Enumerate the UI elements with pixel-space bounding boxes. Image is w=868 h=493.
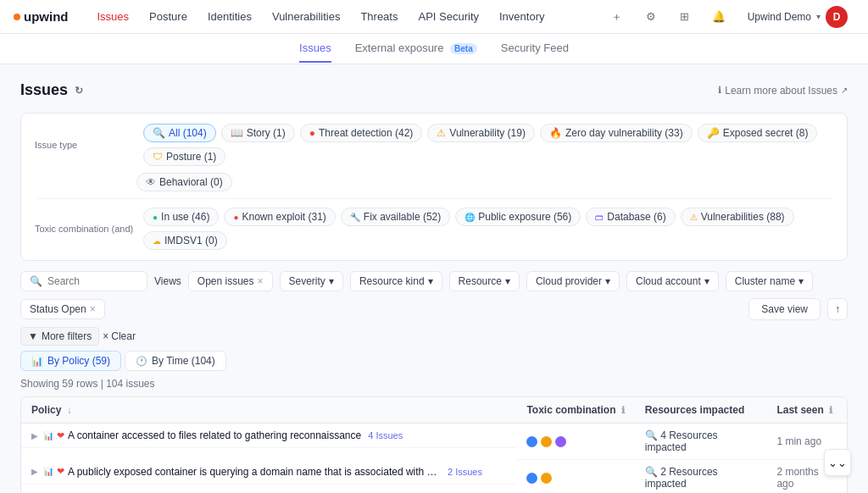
sub-nav-external-exposure[interactable]: External exposure Beta [355,35,477,63]
settings-icon[interactable]: ⚙ [639,5,663,29]
last-seen-info-icon[interactable]: ℹ [829,405,832,415]
resources-cell: 🔍 2 Resources impacted [635,460,767,494]
vuln-icon: ⚠ [437,127,446,139]
threat-icon: ● [309,127,315,139]
chip-story[interactable]: 📖 Story (1) [221,124,295,142]
view-tab-by-policy[interactable]: 📊 By Policy (59) [20,351,121,371]
chip-public-exposure[interactable]: 🌐 Public exposure (56) [455,208,581,226]
chip-fix-available[interactable]: 🔧 Fix available (52) [341,208,450,226]
policy-sort-icon[interactable]: ↓ [67,404,72,416]
page-header: Issues ↻ ℹ Learn more about Issues ↗ [20,81,848,99]
col-policy: Policy ↓ [21,397,516,424]
filter-severity[interactable]: Severity ▾ [280,271,343,291]
issue-count-badge[interactable]: 4 Issues [368,430,403,440]
view-tab-by-time[interactable]: 🕐 By Time (104) [125,351,226,371]
chip-database[interactable]: 🗃 Database (6) [586,208,675,226]
open-issues-clear[interactable]: × [258,275,264,287]
resources-cell: 🔍 4 Resources impacted [635,424,767,460]
database-icon: 🗃 [595,213,604,222]
vulnerabilities-icon: ⚠ [690,213,698,222]
alert-icon: ❤ [57,430,64,441]
filter-cluster-name[interactable]: Cluster name ▾ [726,271,813,291]
page-title: Issues ↻ [20,81,83,99]
exposure-icon: 🌐 [465,213,475,222]
filter-resource[interactable]: Resource ▾ [449,271,520,291]
issue-type-label: Issue type [35,140,136,150]
filter-resource-kind[interactable]: Resource kind ▾ [350,271,442,291]
tox-chip [541,436,552,447]
chevron-down-icon: ▾ [816,12,821,21]
user-menu[interactable]: Upwind Demo ▾ D [741,3,854,30]
chip-threat[interactable]: ● Threat detection (42) [300,124,423,142]
clear-button[interactable]: × Clear [103,330,136,342]
search-icon: 🔍 [30,275,42,287]
sub-nav-security-feed[interactable]: Security Feed [501,35,569,63]
table-row[interactable]: ▶ 📊 ❤ A container accessed to files rela… [21,424,847,460]
search-box[interactable]: 🔍 [20,271,147,291]
expand-button[interactable]: ▶ [31,467,38,476]
nav-identities[interactable]: Identities [199,7,260,26]
chip-imdsv1[interactable]: ☁ IMDSV1 (0) [143,231,227,250]
bar-icon: 📊 [43,431,53,440]
nav-posture[interactable]: Posture [141,7,196,26]
chip-all[interactable]: 🔍 All (104) [143,124,216,142]
nav-threats[interactable]: Threats [352,7,406,26]
status-clear[interactable]: × [90,303,96,315]
cloud-account-chevron: ▾ [704,275,709,287]
toxic-info-icon[interactable]: ℹ [621,405,625,415]
alert-icon: ❤ [57,466,64,477]
filter-cloud-provider[interactable]: Cloud provider ▾ [526,271,620,291]
resource-chevron: ▾ [505,275,510,287]
layout-icon[interactable]: ⊞ [673,5,697,29]
notification-icon[interactable]: 🔔 [707,5,731,29]
chip-vulnerabilities[interactable]: ⚠ Vulnerabilities (88) [681,208,794,226]
views-label: Views [154,275,181,287]
exploit-icon: ● [233,213,238,222]
toxic-label: Toxic combination (and) [35,224,136,234]
brand-logo[interactable]: upwind [14,9,69,24]
nav-inventory[interactable]: Inventory [491,7,553,26]
chip-known-exploit[interactable]: ● Known exploit (31) [224,208,335,226]
filter-cloud-account[interactable]: Cloud account ▾ [626,271,719,291]
nav-vulnerabilities[interactable]: Vulnerabilities [264,7,348,26]
more-filters-button[interactable]: ▼ More filters [20,327,99,346]
col-toxic: Toxic combination ℹ [516,397,634,424]
scroll-to-bottom-button[interactable]: ⌄⌄ [824,449,851,476]
sub-nav: Issues External exposure Beta Security F… [0,34,868,64]
chip-zero-day[interactable]: 🔥 Zero day vulnerability (33) [540,124,693,142]
chip-exposed-secret[interactable]: 🔑 Exposed secret (8) [698,124,818,142]
behavioral-chip-row: 👁 Behavioral (0) [136,173,232,191]
by-time-icon: 🕐 [136,356,147,367]
nav-issues[interactable]: Issues [89,7,138,26]
chip-in-use[interactable]: ● In use (46) [143,208,219,226]
info-icon: ℹ [718,85,721,96]
chip-vuln[interactable]: ⚠ Vulnerability (19) [427,124,535,142]
policy-text[interactable]: A container accessed to files related to… [68,429,361,441]
search-input[interactable] [47,275,132,287]
chip-posture[interactable]: 🛡 Posture (1) [143,147,225,166]
issue-count-badge[interactable]: 2 Issues [448,467,482,477]
sub-nav-issues[interactable]: Issues [299,35,331,63]
table-row[interactable]: ▶ 📊 ❤ A publicly exposed container is qu… [21,460,847,494]
bar-icon: 📊 [43,467,53,476]
toolbar: 🔍 Views Open issues × Severity ▾ Resourc… [20,271,848,320]
chip-behavioral[interactable]: 👁 Behavioral (0) [136,173,232,191]
tox-chip [541,473,552,484]
resources-text: 🔍 2 Resources impacted [645,466,718,490]
issues-table: Policy ↓ Toxic combination ℹ Resources i… [20,396,848,493]
user-avatar: D [826,6,848,28]
filter-card: Issue type 🔍 All (104) 📖 Story (1) ● Thr… [20,113,848,261]
toxic-cell [516,424,634,460]
save-view-button[interactable]: Save view [748,298,821,320]
filter-status[interactable]: Status Open × [20,299,105,319]
nav-api-security[interactable]: API Security [409,7,487,26]
learn-more-link[interactable]: ℹ Learn more about Issues ↗ [718,85,848,97]
filter-open-issues[interactable]: Open issues × [188,271,273,291]
upload-button[interactable]: ↑ [827,298,848,320]
refresh-icon[interactable]: ↻ [75,85,83,97]
add-button[interactable]: ＋ [605,5,629,29]
policy-text[interactable]: A publicly exposed container is querying… [68,466,441,478]
filter-icon: ▼ [28,330,38,342]
expand-button[interactable]: ▶ [31,431,38,440]
external-link-icon: ↗ [841,86,848,95]
